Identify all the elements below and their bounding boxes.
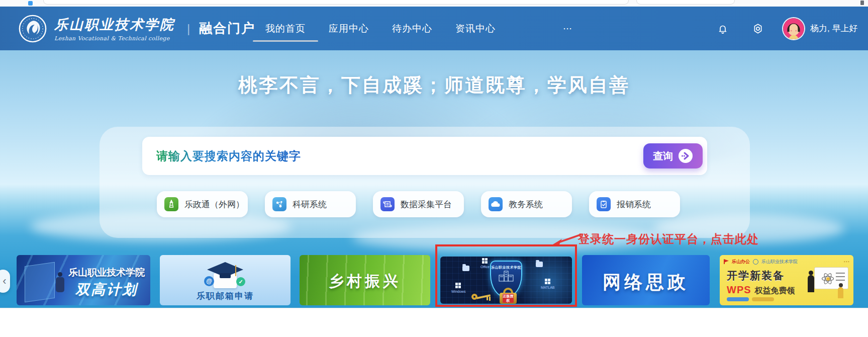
settings-gear-icon[interactable] [752,23,764,35]
annotation-arrow-icon [545,232,583,248]
brand-names: 乐山职业技术学院 Leshan Vocational & Technical c… [54,16,175,42]
browser-address-bar[interactable] [43,0,629,5]
graduation-cap-icon [220,273,231,278]
quick-link-label: 乐政通（外网） [184,199,244,210]
banner-card-double-high-plan[interactable]: 乐山职业技术学院 双高计划 [17,255,150,305]
header-bar: 乐山职业技术学院 Leshan Vocational & Technical c… [0,7,868,50]
email-at-badge-icon: @ [204,276,214,286]
software-label: MATLAB [541,286,555,289]
software-label: Office [480,265,490,269]
nav-tab-my-home[interactable]: 我的首页 [265,7,306,50]
search-input[interactable]: 请输入要搜索内容的关键字 查询 [142,137,707,175]
browser-extension-icon[interactable] [860,1,864,5]
browser-secondary-bar[interactable] [636,0,735,5]
banner-card-email-apply[interactable]: @ ✓ 乐职邮箱申请 [160,255,291,305]
folder-icon [462,266,469,271]
college-mini-logo-icon [753,259,758,265]
card-label: 网络思政 [582,270,710,295]
cartoon-student-figure [838,287,843,298]
quick-link-data-collection[interactable]: 数据采集平台 [373,191,464,217]
quick-links-row: 乐政通（外网） 科研系统 数据采集平台 [157,191,680,217]
brand-left: 乐山办公 [732,259,750,265]
brand-right: 乐山职业技术学院 [761,259,798,265]
golden-padlock-icon: 正版授权 [500,288,517,304]
person-figure-decoration [56,277,64,292]
brand-divider: | [187,22,190,36]
golden-key-icon [471,292,492,301]
matlab-software-icon: MATLAB [541,279,555,289]
license-badge: 正版授权 [503,294,514,303]
wps-benefit-text: 权益免费领 [755,286,795,296]
nav-more-button[interactable]: ⋯ [563,7,573,50]
wps-headline: 开学新装备 [727,269,785,283]
cartoon-teacher-figure [808,275,814,292]
screen-panel-decoration [25,262,55,302]
check-badge-icon: ✓ [236,277,245,286]
windows-software-icon: Windows [451,283,465,293]
college-name-en: Leshan Vocational & Technical college [54,35,175,42]
search-go-arrow-icon [678,148,693,163]
tag-chip [727,297,749,301]
atom-drawing-icon [822,273,834,285]
search-panel: 请输入要搜索内容的关键字 查询 乐政通（外网） [100,127,750,238]
search-submit-button[interactable]: 查询 [643,143,703,168]
quick-link-research-system[interactable]: 科研系统 [265,191,356,217]
quick-link-lezhengtong[interactable]: 乐政通（外网） [157,191,248,217]
card-label: 乡村振兴 [300,271,430,292]
folder-icon [536,262,543,267]
cap-tassel-decoration [235,265,236,276]
quick-link-label: 教务系统 [509,199,543,210]
quick-link-academic-affairs[interactable]: 教务系统 [481,191,572,217]
more-dots: ⋯ [843,258,849,265]
leshan-office-logo-icon [724,259,729,264]
quick-link-label: 报销系统 [617,199,651,210]
leshan-tower-icon [164,197,178,211]
card-label: 乐职邮箱申请 [160,290,291,302]
office-software-icon: Office [480,258,490,269]
search-button-label: 查询 [653,149,673,163]
card-title: 乐山职业技术学院 [65,266,148,279]
banner-card-network-ideology[interactable]: 网络思政 [582,255,710,305]
browser-favicon-icon [28,1,33,6]
college-logo-icon [18,14,47,43]
main-nav: 我的首页 应用中心 待办中心 资讯中心 ⋯ [265,7,573,50]
scroll-document-icon [380,197,395,211]
banner-card-rural-revitalization[interactable]: 乡村振兴 [300,255,430,305]
wps-subline: WPS 权益免费领 [727,284,795,296]
clipboard-check-icon [597,197,611,211]
person-figure-decoration [58,272,62,277]
quick-link-label: 数据采集平台 [401,199,452,210]
user-avatar[interactable] [783,18,804,39]
whiteboard-illustration [814,267,848,289]
annotation-text: 登录统一身份认证平台，点击此处 [578,231,759,247]
banner-card-wps-benefits[interactable]: 乐山办公 乐山职业技术学院 ⋯ 开学新装备 WPS 权益免费领 [720,255,853,305]
portal-name: 融合门户 [199,20,255,37]
portal-page: { "colors": { "header_blue": "#3077bd", … [0,0,868,337]
search-placeholder: 请输入要搜索内容的关键字 [156,148,301,164]
quick-link-label: 科研系统 [293,199,327,210]
banner-card-sso-license[interactable]: Office Windows MATLAB 乐山职业技术学院 正版授权 [440,257,572,304]
cloud-person-icon [489,197,503,211]
software-label: Windows [451,290,465,293]
research-molecule-icon [272,197,286,211]
nav-tab-todo-center[interactable]: 待办中心 [392,7,432,50]
brand-block[interactable]: 乐山职业技术学院 Leshan Vocational & Technical c… [18,7,255,50]
nav-tab-app-center[interactable]: 应用中心 [329,7,369,50]
wps-wordmark: WPS [727,284,751,296]
shield-college-name: 乐山职业技术学院 [491,265,521,270]
header-right-cluster: 杨力, 早上好 [717,7,857,50]
user-greeting: 杨力, 早上好 [810,23,857,34]
board-text-lines [836,273,845,281]
wps-card-header: 乐山办公 乐山职业技术学院 ⋯ [724,258,849,265]
page-bottom-whitespace [0,308,868,337]
carousel-prev-button[interactable]: ‹ [0,270,10,293]
college-name: 乐山职业技术学院 [54,16,175,34]
card-subtitle: 双高计划 [65,280,148,299]
notification-bell-icon[interactable] [717,23,729,35]
tag-chip [752,297,774,301]
hero-slogan: 桃李不言，下自成蹊；师道既尊，学风自善 [0,72,868,98]
browser-chrome-sliver [0,0,868,7]
quick-link-reimbursement[interactable]: 报销系统 [589,191,680,217]
nav-tab-news-center[interactable]: 资讯中心 [455,7,496,50]
campus-building-icon [497,270,515,283]
